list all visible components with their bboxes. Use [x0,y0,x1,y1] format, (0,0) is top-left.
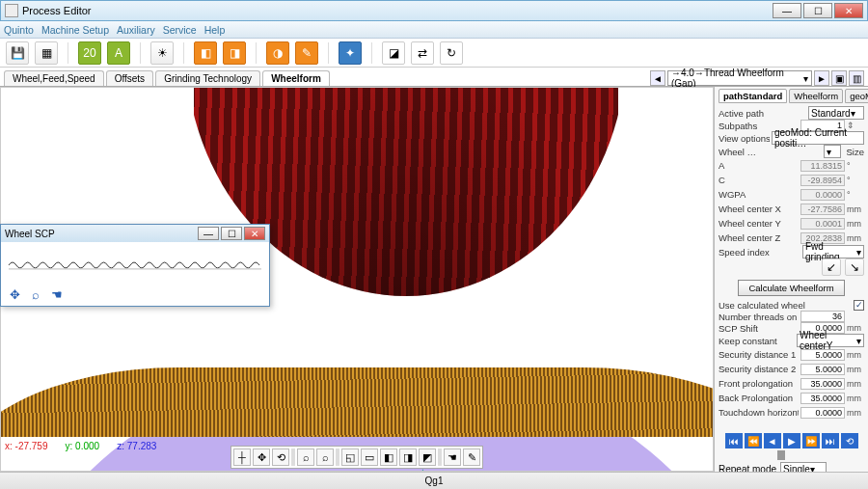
menu-machine-setup[interactable]: Machine Setup [41,24,109,36]
tool-or2-icon[interactable]: ◨ [223,41,246,65]
close-button[interactable]: ✕ [834,3,863,18]
active-path-label: Active path [719,108,806,119]
tool-bl1-icon[interactable]: ✦ [339,41,362,65]
pb-back-icon[interactable]: ◄ [764,433,781,448]
use-calc-label: Use calculated wheel [719,300,852,311]
pb-last-icon[interactable]: ⏭ [822,433,839,448]
extra-0-label: Security distance 1 [719,349,799,360]
vt-box-icon[interactable]: ▭ [361,448,378,466]
tool-gr2-icon[interactable]: A [107,41,130,65]
extra-1-value[interactable]: 5.0000 [800,364,845,375]
scp-pick-icon[interactable]: ☚ [48,285,66,303]
tool-gr1-icon[interactable]: 20 [78,41,101,65]
tool-wh3-icon[interactable]: ↻ [440,41,463,65]
pb-first-icon[interactable]: ⏮ [725,433,743,448]
extra-0-value[interactable]: 5.0000 [800,349,845,361]
extra-2-value[interactable]: 35.0000 [800,378,845,390]
wheel-scp-title: Wheel SCP [5,229,55,239]
vt-rotate-icon[interactable]: ⟲ [272,448,289,466]
scp-move-icon[interactable]: ✥ [6,285,23,303]
vt-opt3-icon[interactable]: ◩ [419,448,436,466]
param-3-value: -27.7586 [800,204,845,215]
menu-quinto[interactable]: Quinto [4,24,34,36]
viewport-toolbar: ┼ ✥ ⟲ ⌕ ⌕ ◱ ▭ ◧ ◨ ◩ ☚ ✎ [231,446,483,469]
tab-wheelform[interactable]: Wheelform [262,70,330,86]
path-select[interactable]: →4.0→Thread Wheelform (Gap)▾ [667,70,812,86]
vt-axes-icon[interactable]: ┼ [233,448,251,466]
vt-extra-icon[interactable]: ✎ [463,448,480,466]
tool-wh2-icon[interactable]: ⇄ [411,41,434,65]
size-label: Size [847,147,864,157]
param-3-label: Wheel center X [719,204,799,214]
vt-pick-icon[interactable]: ☚ [444,448,461,466]
vt-move-icon[interactable]: ✥ [253,448,270,466]
window-titlebar: Process Editor — ☐ ✕ [0,0,868,21]
wheel-select[interactable]: ▾ [824,145,841,158]
active-path-select[interactable]: Standard ▾ [808,106,864,120]
tool-sun-icon[interactable]: ☀ [150,41,174,65]
vt-zoomin-icon[interactable]: ⌕ [297,448,314,466]
sidetab-wheelform[interactable]: Wheelform [789,89,843,103]
vt-opt2-icon[interactable]: ◨ [399,448,417,466]
param-0-value: 11.8315 [800,160,845,172]
extra-2-label: Front prolongation [719,378,799,389]
view-options-label: View options [719,133,770,144]
param-0-label: A [719,160,799,171]
tab-offsets[interactable]: Offsets [106,70,154,86]
keep-const-select[interactable]: Wheel centerY▾ [797,334,864,347]
tool-or3-icon[interactable]: ◑ [266,41,289,65]
tab-strip: Wheel,Feed,Speed Offsets Grinding Techno… [0,68,868,87]
nav-next-icon[interactable]: ► [814,70,829,86]
wheel-scp-profile [7,248,263,277]
sidetab-geomod[interactable]: geoMod [845,89,868,103]
view-options-select[interactable]: geoMod: Current positi… [772,131,864,145]
repeat-select[interactable]: Single ▾ [780,462,827,472]
param-2-value: 0.0000 [800,189,845,201]
properties-panel: pathStandard Wheelform geoMod Active pat… [714,87,868,472]
tool-wh1-icon[interactable]: ◪ [382,41,405,65]
wheel-scp-window[interactable]: Wheel SCP — ☐ ✕ ✥ ⌕ ☚ [0,224,270,307]
vt-zoomout-icon[interactable]: ⌕ [316,448,334,466]
vt-opt1-icon[interactable]: ◧ [380,448,397,466]
nav-btn-a-icon[interactable]: ▣ [831,70,847,86]
menubar: Quinto Machine Setup Auxiliary Service H… [0,21,868,39]
wheel-scp-max-button[interactable]: ☐ [221,227,242,240]
menu-help[interactable]: Help [204,24,226,36]
repeat-label: Repeat mode [719,464,776,473]
tool-save-icon[interactable]: 💾 [6,41,29,65]
param-1-value: -29.8954 [800,175,845,186]
wheel-scp-titlebar[interactable]: Wheel SCP — ☐ ✕ [1,225,269,242]
wheel-scp-min-button[interactable]: — [198,227,219,240]
nav-prev-icon[interactable]: ◄ [650,70,665,86]
pb-prev-icon[interactable]: ⏪ [745,433,762,448]
menu-service[interactable]: Service [163,24,197,36]
extra-4-value[interactable]: 0.0000 [800,407,845,419]
minimize-button[interactable]: — [773,3,801,18]
tab-grinding-tech[interactable]: Grinding Technology [155,70,260,86]
preview-b-icon[interactable]: ↘ [845,258,864,276]
param-5-label: Wheel center Z [719,232,799,243]
extra-3-label: Back Prolongation [719,393,799,403]
threads-value[interactable]: 36 [800,311,845,322]
pb-play-icon[interactable]: ▶ [783,433,800,448]
menu-auxiliary[interactable]: Auxiliary [117,24,155,36]
extra-3-value[interactable]: 35.0000 [800,393,845,404]
tool-table-icon[interactable]: ▦ [35,41,58,65]
maximize-button[interactable]: ☐ [803,3,832,18]
speed-index-select[interactable]: Fwd grinding ▾ [802,245,864,258]
pb-fwd-icon[interactable]: ⏩ [802,433,820,448]
param-4-label: Wheel center Y [719,218,799,229]
sidetab-pathstandard[interactable]: pathStandard [719,89,787,103]
tool-or4-icon[interactable]: ✎ [295,41,318,65]
calculate-wheelform-button[interactable]: Calculate Wheelform [738,280,844,296]
pb-loop-icon[interactable]: ⟲ [841,433,858,448]
tool-or1-icon[interactable]: ◧ [194,41,217,65]
preview-a-icon[interactable]: ↙ [822,258,841,276]
vt-fit-icon[interactable]: ◱ [341,448,359,466]
app-icon [5,4,18,17]
use-calc-checkbox[interactable] [854,300,864,311]
tab-wheel-feed-speed[interactable]: Wheel,Feed,Speed [4,70,104,86]
wheel-scp-close-button[interactable]: ✕ [244,227,265,240]
scp-zoom-icon[interactable]: ⌕ [27,285,44,303]
nav-btn-b-icon[interactable]: ▥ [849,70,864,86]
